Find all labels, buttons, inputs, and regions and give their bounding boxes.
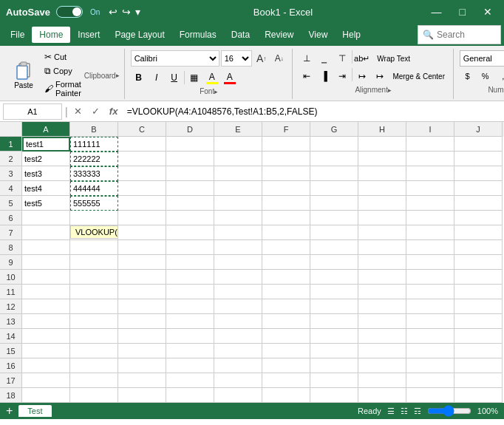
- cell-h3[interactable]: [358, 166, 406, 181]
- cell-h5[interactable]: [358, 196, 406, 211]
- italic-button[interactable]: I: [149, 69, 165, 86]
- cell-reference-input[interactable]: [3, 103, 62, 120]
- menu-formulas[interactable]: Formulas: [172, 27, 224, 43]
- col-header-a[interactable]: A: [22, 122, 70, 137]
- fill-color-button[interactable]: A: [204, 69, 220, 86]
- cut-button[interactable]: ✂ Cut: [41, 50, 84, 64]
- cell-a1[interactable]: test1: [22, 137, 70, 152]
- menu-data[interactable]: Data: [224, 27, 257, 43]
- cell-e7[interactable]: [214, 225, 262, 240]
- sheet-tab-test[interactable]: Test: [18, 405, 51, 417]
- col-header-h[interactable]: H: [358, 122, 406, 137]
- decrease-font-button[interactable]: A↓: [271, 50, 287, 67]
- cell-a4[interactable]: test4: [22, 181, 70, 196]
- align-center-button[interactable]: ▐: [316, 68, 333, 84]
- row-num-14[interactable]: 14: [0, 329, 22, 344]
- row-num-5[interactable]: 5: [0, 196, 22, 211]
- wrap-text-button[interactable]: Wrap Text: [372, 50, 416, 67]
- cell-b6[interactable]: [70, 211, 118, 225]
- cell-f5[interactable]: [262, 196, 310, 211]
- cell-d1[interactable]: [166, 137, 214, 152]
- cell-d7[interactable]: [166, 225, 214, 240]
- font-expand-icon[interactable]: ▸: [214, 88, 218, 95]
- cell-e5[interactable]: [214, 196, 262, 211]
- cell-g3[interactable]: [310, 166, 358, 181]
- row-num-16[interactable]: 16: [0, 358, 22, 373]
- cell-i7[interactable]: [406, 225, 454, 240]
- clipboard-expand-icon[interactable]: ▸: [116, 72, 120, 79]
- row-num-9[interactable]: 9: [0, 255, 22, 270]
- row-num-4[interactable]: 4: [0, 181, 22, 196]
- cell-f3[interactable]: [262, 166, 310, 181]
- cell-e2[interactable]: [214, 152, 262, 166]
- cell-i3[interactable]: [406, 166, 454, 181]
- cell-a7[interactable]: [22, 225, 70, 240]
- view-page-break-icon[interactable]: ☶: [414, 407, 421, 416]
- cell-f7[interactable]: [262, 225, 310, 240]
- format-painter-button[interactable]: 🖌 Format Painter: [41, 78, 84, 99]
- row-num-7[interactable]: 7: [0, 225, 22, 240]
- menu-insert[interactable]: Insert: [70, 27, 107, 43]
- cell-j6[interactable]: [454, 211, 503, 225]
- row-num-17[interactable]: 17: [0, 373, 22, 388]
- cell-c6[interactable]: [118, 211, 166, 225]
- col-header-c[interactable]: C: [118, 122, 166, 137]
- cell-g2[interactable]: [310, 152, 358, 166]
- view-page-layout-icon[interactable]: ☷: [401, 407, 408, 416]
- cell-j3[interactable]: [454, 166, 503, 181]
- cell-d2[interactable]: [166, 152, 214, 166]
- cell-j7[interactable]: [454, 225, 503, 240]
- cell-f2[interactable]: [262, 152, 310, 166]
- copy-button[interactable]: ⧉ Copy: [41, 64, 84, 78]
- row-num-2[interactable]: 2: [0, 152, 22, 166]
- cell-e1[interactable]: [214, 137, 262, 152]
- row-num-3[interactable]: 3: [0, 166, 22, 181]
- cell-f4[interactable]: [262, 181, 310, 196]
- comma-button[interactable]: ,: [495, 68, 504, 84]
- cell-c1[interactable]: [118, 137, 166, 152]
- cell-j4[interactable]: [454, 181, 503, 196]
- cell-j1[interactable]: [454, 137, 503, 152]
- cell-j5[interactable]: [454, 196, 503, 211]
- underline-button[interactable]: U: [166, 69, 183, 86]
- col-header-d[interactable]: D: [166, 122, 214, 137]
- cell-h7[interactable]: [358, 225, 406, 240]
- number-format-select[interactable]: General: [460, 50, 504, 67]
- col-header-i[interactable]: I: [406, 122, 454, 137]
- font-family-select[interactable]: Calibri: [131, 50, 219, 67]
- zoom-slider[interactable]: [427, 407, 471, 415]
- row-num-12[interactable]: 12: [0, 299, 22, 314]
- formula-cancel-button[interactable]: ✕: [71, 104, 86, 119]
- function-wizard-button[interactable]: fx: [106, 104, 121, 119]
- font-color-button[interactable]: A: [222, 69, 238, 86]
- menu-file[interactable]: File: [3, 27, 32, 43]
- undo-icon[interactable]: ↩: [109, 6, 118, 18]
- align-right-button[interactable]: ⇥: [334, 68, 350, 84]
- maximize-btn[interactable]: □: [454, 4, 471, 19]
- row-num-8[interactable]: 8: [0, 240, 22, 255]
- cell-c4[interactable]: [118, 181, 166, 196]
- cell-b2[interactable]: 222222: [70, 152, 118, 166]
- cell-c3[interactable]: [118, 166, 166, 181]
- cell-i5[interactable]: [406, 196, 454, 211]
- cell-g7[interactable]: [310, 225, 358, 240]
- cell-a2[interactable]: test2: [22, 152, 70, 166]
- cell-b1[interactable]: 111111: [70, 137, 118, 152]
- cell-i1[interactable]: [406, 137, 454, 152]
- cell-h1[interactable]: [358, 137, 406, 152]
- cell-a6[interactable]: [22, 211, 70, 225]
- redo-icon[interactable]: ↪: [122, 6, 131, 18]
- minimize-btn[interactable]: —: [426, 4, 448, 19]
- cell-h2[interactable]: [358, 152, 406, 166]
- menu-view[interactable]: View: [302, 27, 336, 43]
- cell-b3[interactable]: 333333: [70, 166, 118, 181]
- cell-g4[interactable]: [310, 181, 358, 196]
- more-icon[interactable]: ▾: [135, 6, 140, 18]
- cell-b7[interactable]: VLOOKUP(lookup_value, table_array, col_i…: [70, 225, 118, 240]
- search-box[interactable]: 🔍: [418, 25, 501, 44]
- col-header-j[interactable]: J: [454, 122, 503, 137]
- col-header-f[interactable]: F: [262, 122, 310, 137]
- cell-g5[interactable]: [310, 196, 358, 211]
- formula-input[interactable]: [124, 106, 501, 117]
- cell-f6[interactable]: [262, 211, 310, 225]
